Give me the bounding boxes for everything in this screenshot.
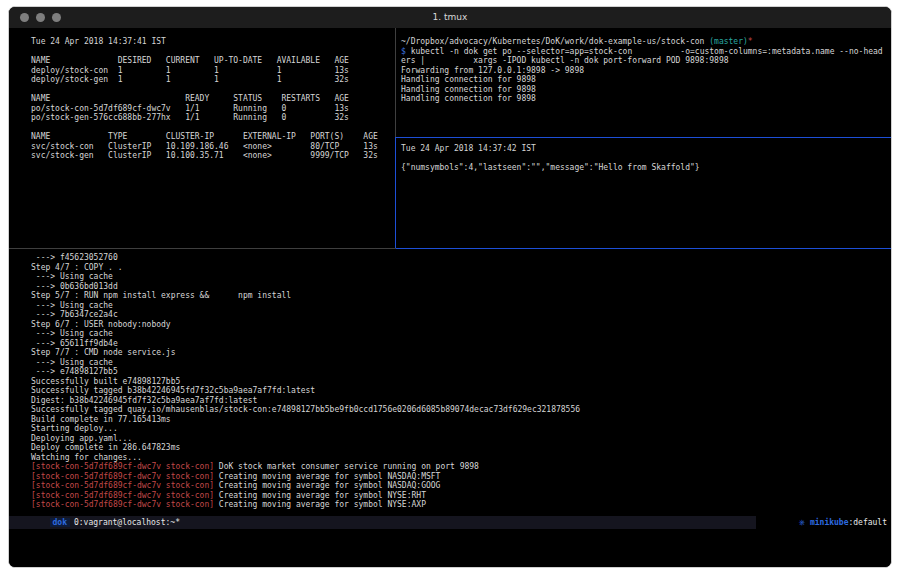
terminal-line: Step 5/7 : RUN npm install express && np… — [31, 291, 580, 301]
terminal-line: deploy/stock-gen 1 1 1 1 32s — [31, 75, 378, 85]
terminal-line: [stock-con-5d7df689cf-dwc7v stock-con] D… — [31, 462, 580, 472]
terminal-line: ---> f45623052760 — [31, 253, 580, 263]
kube-context-indicator: ⎈ minikube:default — [756, 503, 891, 542]
active-window-label[interactable]: 0:vagrant@localhost:~* — [74, 518, 180, 527]
terminal-line: ~/Dropbox/advocacy/Kubernetes/DoK/work/d… — [401, 37, 883, 47]
pane-divider-main-left[interactable] — [9, 248, 396, 249]
terminal-line: NAME DESIRED CURRENT UP-TO-DATE AVAILABL… — [31, 56, 378, 66]
terminal-line: Handling connection for 9898 — [401, 75, 883, 85]
pane-divider-vertical-active[interactable] — [395, 137, 396, 248]
terminal-line: Deploying app.yaml... — [31, 434, 580, 444]
kube-namespace: :default — [848, 518, 887, 527]
terminal-line: Deploy complete in 286.647823ms — [31, 443, 580, 453]
terminal-line: Forwarding from 127.0.0.1:9898 -> 9898 — [401, 66, 883, 76]
terminal-line: Tue 24 Apr 2018 14:37:41 IST — [31, 37, 378, 47]
terminal-line: [stock-con-5d7df689cf-dwc7v stock-con] C… — [31, 491, 580, 501]
terminal-line: NAME TYPE CLUSTER-IP EXTERNAL-IP PORT(S)… — [31, 132, 378, 142]
terminal-line: Successfully tagged b38b42246945fd7f32c5… — [31, 386, 580, 396]
terminal-line: {"numsymbols":4,"lastseen":"","message":… — [401, 163, 700, 173]
terminal-line: Successfully tagged quay.io/mhausenblas/… — [31, 405, 580, 415]
terminal-line: Handling connection for 9898 — [401, 94, 883, 104]
terminal-line: po/stock-gen-576cc688bb-277hx 1/1 Runnin… — [31, 113, 378, 123]
pane-skaffold-build-log[interactable]: ---> f45623052760Step 4/7 : COPY . . ---… — [31, 253, 580, 510]
pane-divider-main-right[interactable] — [396, 248, 891, 249]
terminal-line: Starting deploy... — [31, 424, 580, 434]
terminal-line: Step 7/7 : CMD node service.js — [31, 348, 580, 358]
tmux-status-bar: dok0:vagrant@localhost:~* ⎈ minikube:def… — [9, 516, 891, 529]
terminal-line: [stock-con-5d7df689cf-dwc7v stock-con] C… — [31, 472, 580, 482]
pane-divider-vertical-inactive[interactable] — [395, 28, 396, 137]
terminal-line: $ kubectl -n dok get po --selector=app=s… — [401, 47, 883, 57]
terminal-line: ---> Using cache — [31, 272, 580, 282]
terminal-line — [31, 85, 378, 95]
pane-port-forward[interactable]: ~/Dropbox/advocacy/Kubernetes/DoK/work/d… — [401, 37, 883, 104]
pane-kubectl-watch[interactable]: Tue 24 Apr 2018 14:37:41 IST NAME DESIRE… — [31, 37, 378, 161]
terminal-line: Digest: b38b42246945fd7f32c5ba9aea7af7fd… — [31, 396, 580, 406]
terminal-line: Step 6/7 : USER nobody:nobody — [31, 320, 580, 330]
terminal-line: Watching for changes... — [31, 453, 580, 463]
terminal-line: Tue 24 Apr 2018 14:37:42 IST — [401, 144, 700, 154]
terminal-line: ---> 0b636bd013dd — [31, 282, 580, 292]
terminal-line: ---> e74898127bb5 — [31, 367, 580, 377]
session-name-badge[interactable]: dok — [50, 518, 70, 527]
terminal-line: ---> 65611ff9db4e — [31, 339, 580, 349]
terminal-line: ers | xargs -IPOD kubectl -n dok port-fo… — [401, 56, 883, 66]
pane-curl-output[interactable]: Tue 24 Apr 2018 14:37:42 IST {"numsymbol… — [401, 144, 700, 173]
terminal-line: Build complete in 77.165413ms — [31, 415, 580, 425]
pane-divider-right-horizontal[interactable] — [395, 137, 891, 138]
terminal-line: Handling connection for 9898 — [401, 85, 883, 95]
terminal-line — [401, 154, 700, 164]
terminal-line — [31, 123, 378, 133]
terminal-line — [31, 47, 378, 57]
terminal-line: ---> 7b6347ce2a4c — [31, 310, 580, 320]
kube-context-name: minikube — [810, 518, 849, 527]
titlebar: 1. tmux — [9, 7, 891, 28]
terminal-line: [stock-con-5d7df689cf-dwc7v stock-con] C… — [31, 481, 580, 491]
tmux-session: Tue 24 Apr 2018 14:37:41 IST NAME DESIRE… — [9, 28, 891, 567]
terminal-line: Step 4/7 : COPY . . — [31, 263, 580, 273]
terminal-line: svc/stock-con ClusterIP 10.109.186.46 <n… — [31, 142, 378, 152]
terminal-line: ---> Using cache — [31, 329, 580, 339]
terminal-line: ---> Using cache — [31, 358, 580, 368]
terminal-window: 1. tmux Tue 24 Apr 2018 14:37:41 IST NAM… — [8, 6, 892, 568]
terminal-line: NAME READY STATUS RESTARTS AGE — [31, 94, 378, 104]
terminal-line: deploy/stock-con 1 1 1 1 13s — [31, 66, 378, 76]
terminal-line: svc/stock-gen ClusterIP 10.100.35.71 <no… — [31, 151, 378, 161]
window-title: 1. tmux — [9, 7, 891, 28]
status-left: dok0:vagrant@localhost:~* — [9, 503, 180, 542]
terminal-line: po/stock-con-5d7df689cf-dwc7v 1/1 Runnin… — [31, 104, 378, 114]
terminal-line: ---> Using cache — [31, 301, 580, 311]
terminal-line: Successfully built e74898127bb5 — [31, 377, 580, 387]
